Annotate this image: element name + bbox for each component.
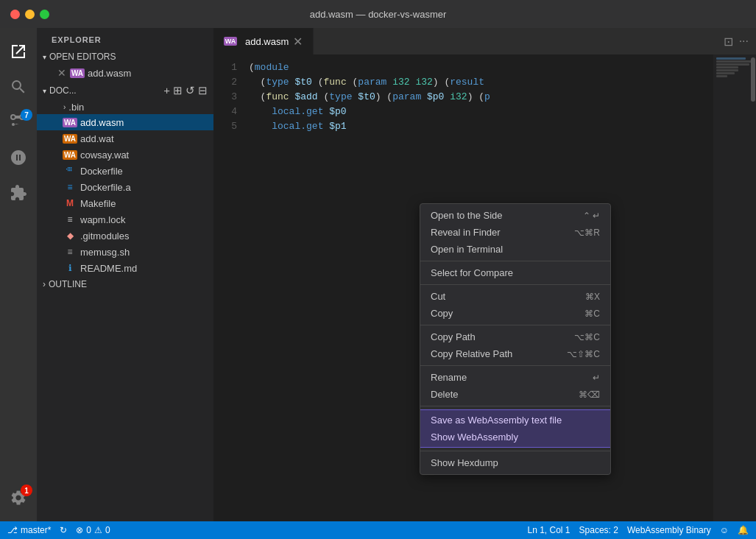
sync-icon: ↻: [60, 525, 67, 535]
addwat-filename: add.wat: [80, 133, 114, 144]
wasm-file-icon: WA: [71, 66, 84, 80]
menu-separator-3: [420, 325, 610, 325]
menu-open-to-side[interactable]: Open to the Side ⌃ ↵: [420, 207, 610, 224]
sidebar-item-gitmodules[interactable]: ◆ .gitmodules: [37, 228, 213, 244]
smiley-icon: ☺: [720, 525, 729, 535]
menu-open-terminal[interactable]: Open in Terminal: [420, 241, 610, 258]
menu-show-hexdump[interactable]: Show Hexdump: [420, 454, 610, 471]
menu-show-webassembly-label: Show WebAssembly: [431, 431, 518, 443]
menu-separator-1: [420, 261, 610, 261]
menu-save-as-wasm-label: Save as WebAssembly text file: [431, 415, 562, 426]
menu-delete-shortcut: ⌘⌫: [579, 390, 600, 400]
settings-badge: 1: [21, 485, 32, 496]
source-control-activity-icon[interactable]: 7: [0, 105, 37, 140]
status-position[interactable]: Ln 1, Col 1: [527, 525, 570, 535]
menu-save-as-wasm[interactable]: Save as WebAssembly text file: [420, 412, 610, 429]
refresh-icon[interactable]: ↺: [186, 84, 195, 97]
warning-icon: ⚠: [94, 525, 102, 535]
addwasm-filename: add.wasm: [80, 117, 124, 128]
outline-label: OUTLINE: [49, 279, 87, 289]
doc-section-icons: + ⊞ ↺ ⊟: [163, 84, 208, 97]
fullscreen-button[interactable]: [40, 10, 49, 19]
sidebar-item-cowsaywat[interactable]: WA cowsay.wat: [37, 147, 213, 163]
open-editors-section[interactable]: ▾ OPEN EDITORS: [37, 49, 213, 65]
open-editors-arrow: ▾: [43, 53, 46, 61]
status-branch[interactable]: ⎇ master*: [7, 525, 51, 535]
status-errors[interactable]: ⊗ 0 ⚠ 0: [76, 525, 110, 535]
menu-delete-label: Delete: [431, 389, 459, 400]
doc-arrow: ▾: [43, 87, 46, 95]
addwasm-icon: WA: [63, 116, 77, 129]
more-actions-icon[interactable]: ···: [739, 35, 749, 49]
status-spaces[interactable]: Spaces: 2: [579, 525, 618, 535]
dockerfile-a-filename: Dockerfile.a: [80, 182, 131, 193]
error-count: 0: [86, 525, 91, 535]
status-sync[interactable]: ↻: [60, 525, 67, 535]
activity-bar: 7 1: [0, 28, 37, 521]
tab-addwasm[interactable]: WA add.wasm ✕: [213, 28, 314, 54]
menu-delete[interactable]: Delete ⌘⌫: [420, 386, 610, 403]
new-file-icon[interactable]: +: [163, 84, 170, 97]
outline-arrow: ›: [43, 279, 46, 289]
new-folder-icon[interactable]: ⊞: [173, 84, 183, 97]
menu-reveal-finder[interactable]: Reveal in Finder ⌥⌘R: [420, 224, 610, 241]
explorer-activity-icon[interactable]: [0, 34, 37, 69]
sidebar-item-dockerfile[interactable]: Dockerfile: [37, 163, 213, 179]
tab-bar: WA add.wasm ✕ ⊡ ···: [213, 28, 756, 54]
close-file-icon[interactable]: ✕: [57, 67, 66, 79]
sidebar-item-readme[interactable]: ℹ README.md: [37, 260, 213, 276]
menu-select-compare[interactable]: Select for Compare: [420, 264, 610, 281]
sidebar-item-bin[interactable]: › .bin: [37, 100, 213, 114]
bin-folder-arrow: ›: [63, 103, 66, 111]
sidebar-item-addwat[interactable]: WA add.wat: [37, 130, 213, 147]
collapse-icon[interactable]: ⊟: [198, 84, 208, 97]
bell-icon: 🔔: [738, 525, 749, 535]
sidebar: EXPLORER ▾ OPEN EDITORS ✕ WA add.wasm ▾ …: [37, 28, 213, 521]
menu-reveal-finder-label: Reveal in Finder: [431, 227, 501, 238]
gitmodules-icon: ◆: [63, 229, 77, 242]
menu-copy-shortcut: ⌘C: [584, 309, 600, 319]
line-numbers: 1 2 3 4 5: [213, 54, 249, 521]
sidebar-item-memusg[interactable]: ≡ memusg.sh: [37, 244, 213, 260]
error-icon: ⊗: [76, 525, 83, 535]
menu-copy[interactable]: Copy ⌘C: [420, 305, 610, 322]
status-encoding[interactable]: WebAssembly Binary: [627, 525, 711, 535]
extensions-activity-icon[interactable]: [0, 175, 37, 211]
menu-copy-relative-path-label: Copy Relative Path: [431, 348, 512, 359]
menu-copy-path[interactable]: Copy Path ⌥⌘C: [420, 328, 610, 345]
open-editor-file-addwasm[interactable]: ✕ WA add.wasm: [37, 65, 213, 81]
menu-show-webassembly[interactable]: Show WebAssembly: [420, 429, 610, 445]
scrollbar[interactable]: [750, 54, 756, 521]
status-bar: ⎇ master* ↻ ⊗ 0 ⚠ 0 Ln 1, Col 1 Spaces: …: [0, 521, 756, 539]
menu-copy-path-shortcut: ⌥⌘C: [574, 332, 600, 342]
tab-actions: ⊡ ···: [716, 35, 756, 49]
menu-separator-4: [420, 365, 610, 366]
menu-cut[interactable]: Cut ⌘X: [420, 288, 610, 305]
sidebar-item-addwasm[interactable]: WA add.wasm: [37, 114, 213, 130]
gitmodules-filename: .gitmodules: [80, 230, 129, 242]
cowsaywat-icon: WA: [63, 148, 77, 161]
close-button[interactable]: [10, 10, 20, 19]
status-bell[interactable]: 🔔: [738, 525, 749, 535]
sidebar-title: EXPLORER: [37, 28, 213, 49]
cowsaywat-filename: cowsay.wat: [80, 149, 129, 161]
debug-activity-icon[interactable]: [0, 140, 37, 175]
spaces-text: Spaces: 2: [579, 525, 618, 535]
memusg-icon: ≡: [63, 245, 77, 258]
split-editor-icon[interactable]: ⊡: [724, 35, 733, 49]
tab-close-icon[interactable]: ✕: [293, 35, 303, 49]
menu-copy-relative-path[interactable]: Copy Relative Path ⌥⇧⌘C: [420, 345, 610, 362]
sidebar-item-wapmlock[interactable]: ≡ wapm.lock: [37, 211, 213, 228]
sidebar-item-makefile[interactable]: M Makefile: [37, 195, 213, 211]
sidebar-item-dockerfile-a[interactable]: ≡ Dockerfile.a: [37, 179, 213, 195]
doc-section[interactable]: ▾ DOC... + ⊞ ↺ ⊟: [37, 81, 213, 100]
search-activity-icon[interactable]: [0, 69, 37, 105]
makefile-icon: M: [63, 197, 77, 210]
minimize-button[interactable]: [25, 10, 35, 19]
status-smiley[interactable]: ☺: [720, 525, 729, 535]
outline-section[interactable]: › OUTLINE: [37, 276, 213, 292]
menu-rename[interactable]: Rename ↵: [420, 369, 610, 386]
menu-copy-relative-path-shortcut: ⌥⇧⌘C: [567, 349, 600, 359]
settings-activity-icon[interactable]: 1: [0, 480, 37, 515]
title-bar: add.wasm — docker-vs-wasmer: [0, 0, 756, 28]
